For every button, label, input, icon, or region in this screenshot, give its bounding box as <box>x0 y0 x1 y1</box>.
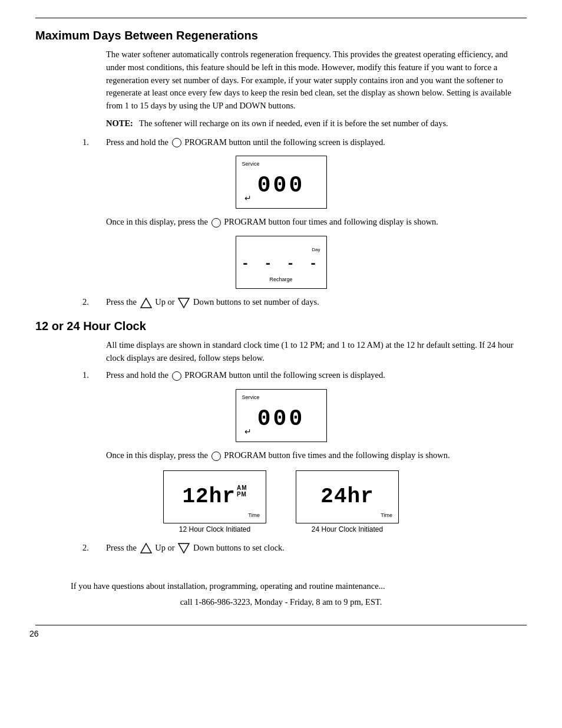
clock-12hr-pair: 12hrAMPM Time 12 Hour Clock Initiated <box>163 470 266 533</box>
s2-step1-text: Press and hold the PROGRAM button until … <box>106 369 515 382</box>
clock-24hr-pair: 24hr Time 24 Hour Clock Initiated <box>296 470 399 533</box>
lcd-dashes: - - - - <box>242 256 320 271</box>
program-button-icon <box>172 138 181 147</box>
section2-title: 12 or 24 Hour Clock <box>35 319 527 333</box>
svg-marker-1 <box>178 298 189 308</box>
once-text-part1: Once in this display, press the <box>106 217 208 226</box>
up-arrow-icon <box>140 297 152 309</box>
lcd-service-label: Service <box>242 161 260 167</box>
step1-press-text: Press and hold the <box>106 137 168 147</box>
clock-24hr-display: 24hr Time <box>296 470 399 523</box>
section-hour-clock: 12 or 24 Hour Clock All time displays ar… <box>35 319 527 555</box>
program-button-icon-4 <box>211 452 221 461</box>
clock-12hr-caption: 12 Hour Clock Initiated <box>179 525 250 533</box>
down-arrow-icon <box>178 297 190 309</box>
s2-lcd-arrow-1: ↵ <box>244 427 252 437</box>
footer: If you have questions about installation… <box>35 578 527 607</box>
s2-step1-mid: PROGRAM button until the following scree… <box>184 370 385 380</box>
s2-lcd-digits-1: 000 <box>257 406 305 431</box>
step1-text: Press and hold the PROGRAM button until … <box>106 136 515 149</box>
clock-24hr-caption: 24 Hour Clock Initiated <box>312 525 383 533</box>
clock-12hr-display: 12hrAMPM Time <box>163 470 266 523</box>
s2-display1-container: Service 000 ↵ <box>35 389 527 442</box>
program-button-icon-3 <box>172 371 181 381</box>
s2-once-part2: PROGRAM button five times and the follow… <box>224 450 449 460</box>
once-text-part2: PROGRAM button four times and following … <box>224 217 438 226</box>
step2-press: Press the <box>106 297 137 307</box>
section2-step1: 1. Press and hold the PROGRAM button unt… <box>82 369 515 382</box>
lcd-display-2: Day - - - - Recharge <box>236 236 327 289</box>
step2-up: Up or <box>155 297 174 307</box>
section1-once-text: Once in this display, press the PROGRAM … <box>106 216 515 229</box>
step2-down: Down buttons to set number of days. <box>193 297 319 307</box>
section2-body: All time displays are shown in standard … <box>106 339 515 365</box>
clock-12hr-digits: 12hrAMPM <box>183 485 247 509</box>
svg-marker-3 <box>178 543 189 553</box>
top-rule <box>35 18 527 18</box>
lcd-arrow-1: ↵ <box>244 193 252 203</box>
note-label: NOTE: <box>106 117 133 130</box>
s2-step2-press: Press the <box>106 543 137 552</box>
step2-num: 2. <box>82 296 106 309</box>
s2-lcd-service-label: Service <box>242 394 260 400</box>
s2-once-text: Once in this display, press the PROGRAM … <box>106 449 515 462</box>
svg-marker-2 <box>141 543 151 553</box>
section1-step2: 2. Press the Up or Down buttons to set n… <box>82 296 515 309</box>
bottom-rule <box>35 625 527 625</box>
s2-once-part1: Once in this display, press the <box>106 450 208 460</box>
s2-step2-num: 2. <box>82 542 106 555</box>
clock-24hr-time-label: Time <box>381 512 392 518</box>
lcd-day-label: Day <box>312 247 320 252</box>
s2-up-arrow-icon <box>140 542 152 554</box>
s2-step2-text: Press the Up or Down buttons to set cloc… <box>106 542 515 555</box>
section-max-days: Maximum Days Between Regenerations The w… <box>35 29 527 309</box>
step1-num: 1. <box>82 136 106 149</box>
section1-body: The water softener automatically control… <box>106 48 515 113</box>
s2-step2-up: Up or <box>155 543 174 552</box>
clock-ampm-label: AMPM <box>237 485 247 498</box>
section1-note: NOTE: The softener will recharge on its … <box>106 117 515 130</box>
footer-line1: If you have questions about installation… <box>71 578 527 594</box>
s2-step1-press: Press and hold the <box>106 370 168 380</box>
s2-step2-down: Down buttons to set clock. <box>193 543 285 552</box>
svg-marker-0 <box>141 298 151 308</box>
lcd-display-1: Service 000 ↵ <box>236 156 327 209</box>
step1-mid-text: PROGRAM button until the following scree… <box>184 137 385 147</box>
section1-step1: 1. Press and hold the PROGRAM button unt… <box>82 136 515 149</box>
s2-step1-num: 1. <box>82 369 106 382</box>
lcd-recharge-label: Recharge <box>269 276 292 282</box>
footer-line2: call 1-866-986-3223, Monday - Friday, 8 … <box>35 597 527 607</box>
section2-step2: 2. Press the Up or Down buttons to set c… <box>82 542 515 555</box>
s2-down-arrow-icon <box>178 542 190 554</box>
display2-container: Day - - - - Recharge <box>35 236 527 289</box>
s2-lcd-display-1: Service 000 ↵ <box>236 389 327 442</box>
note-text: The softener will recharge on its own if… <box>139 117 448 130</box>
clock-12hr-time-label: Time <box>248 512 260 518</box>
lcd-digits-1: 000 <box>257 173 305 198</box>
clock-24hr-digits: 24hr <box>320 485 373 509</box>
display1-container: Service 000 ↵ <box>35 156 527 209</box>
page: Maximum Days Between Regenerations The w… <box>0 0 562 649</box>
program-button-icon-2 <box>211 218 221 228</box>
section1-title: Maximum Days Between Regenerations <box>35 29 527 42</box>
page-number: 26 <box>29 629 39 638</box>
clock-displays-container: 12hrAMPM Time 12 Hour Clock Initiated 24… <box>35 470 527 533</box>
step2-text: Press the Up or Down buttons to set numb… <box>106 296 515 309</box>
